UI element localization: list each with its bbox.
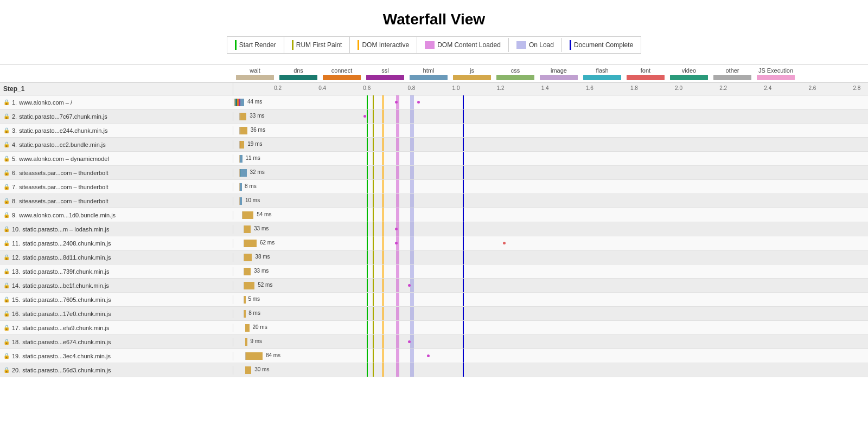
marker-line [382,250,384,264]
marker-line [410,236,413,250]
marker-line [373,180,374,194]
row-timeline: 11 ms [233,152,868,165]
marker-line [463,349,464,363]
row-timeline: 54 ms [233,208,868,222]
marker-line [367,236,368,250]
marker-line [410,321,413,334]
time-label: 32 ms [250,169,265,175]
time-label: 44 ms [247,99,262,105]
row-timeline: 10 ms [233,194,868,208]
marker-line [410,265,413,278]
time-label: 19 ms [247,141,262,147]
marker-line [373,293,374,306]
legend: Start RenderRUM First PaintDOM Interacti… [227,36,642,54]
row-timeline: 36 ms [233,124,868,137]
marker-line [463,95,464,109]
legend-item: Document Complete [562,37,641,53]
resource-type-item: css [494,66,537,81]
marker-line [410,152,413,165]
bar-segment [242,211,253,219]
row-label: 🔒16.static.parasto...17e0.chunk.min.js [0,309,233,318]
bar-segment [244,282,254,289]
resource-type-item: ssl [363,66,407,81]
row-timeline: 52 ms [233,279,868,292]
marker-line [410,194,413,208]
marker-line [382,307,384,320]
lock-icon: 🔒 [3,339,10,345]
row-label: 🔒17.static.parasto...efa9.chunk.min.js [0,324,233,332]
resource-type-header: waitdnsconnectsslhtmljscssimageflashfont… [0,65,868,83]
marker-line [463,250,464,264]
bar-segment [244,254,252,261]
table-row: 🔒5.www.alonko.com – dynamicmodel11 ms [0,152,868,166]
marker-line [382,194,384,208]
row-label: 🔒2.static.parasto...7c67.chunk.min.js [0,112,233,121]
dot-marker [503,242,506,244]
dot-marker [427,354,430,357]
marker-line [373,124,374,137]
lock-icon: 🔒 [3,353,10,359]
table-row: 🔒20.static.parasto...56d3.chunk.min.js30… [0,363,868,377]
time-label: 8 ms [248,310,260,316]
resource-type-item: connect [320,66,363,81]
lock-icon: 🔒 [3,113,10,119]
table-row: 🔒1.www.alonko.com – /44 ms [0,95,868,109]
table-row: 🔒2.static.parasto...7c67.chunk.min.js33 … [0,109,868,124]
table-row: 🔒3.static.parasto...e244.chunk.min.js36 … [0,124,868,138]
lock-icon: 🔒 [3,141,10,147]
marker-line [396,180,399,194]
marker-line [382,236,384,250]
bar-segment [244,310,246,318]
time-label: 33 ms [254,225,269,231]
marker-line [410,250,413,264]
table-row: 🔒19.static.parasto...3ec4.chunk.min.js84… [0,349,868,363]
table-row: 🔒14.static.parasto...bc1f.chunk.min.js52… [0,279,868,293]
marker-line [463,180,464,194]
marker-line [373,166,374,179]
marker-line [373,208,374,222]
row-label: 🔒15.static.parasto...7605.chunk.min.js [0,295,233,304]
row-label: 🔒14.static.parasto...bc1f.chunk.min.js [0,281,233,290]
time-label: 62 ms [260,240,275,246]
marker-line [396,208,399,222]
lock-icon: 🔒 [3,156,10,162]
waterfall-container: waitdnsconnectsslhtmljscssimageflashfont… [0,65,868,377]
marker-line [382,166,384,179]
row-label: 🔒20.static.parasto...56d3.chunk.min.js [0,366,233,375]
dot-marker [417,101,420,104]
time-label: 9 ms [250,338,262,344]
marker-line [382,265,384,278]
table-row: 🔒15.static.parasto...7605.chunk.min.js5 … [0,293,868,307]
marker-line [367,265,368,278]
bar-segment [240,183,242,191]
marker-line [382,279,384,292]
marker-line [373,279,374,292]
marker-line [382,363,384,377]
marker-line [410,222,413,236]
marker-line [410,293,413,306]
bar-segment [240,127,247,134]
row-label: 🔒19.static.parasto...3ec4.chunk.min.js [0,352,233,360]
marker-line [396,279,399,292]
bar-segment [240,113,246,120]
marker-line [410,166,413,179]
lock-icon: 🔒 [3,325,10,331]
time-label: 36 ms [251,127,265,133]
table-row: 🔒17.static.parasto...efa9.chunk.min.js20… [0,321,868,335]
marker-line [382,335,384,349]
lock-icon: 🔒 [3,254,10,260]
lock-icon: 🔒 [3,226,10,232]
row-timeline: 38 ms [233,250,868,264]
time-label: 33 ms [254,268,269,274]
marker-line [367,321,368,334]
marker-line [410,109,413,123]
row-label: 🔒6.siteassets.par...com – thunderbolt [0,169,233,177]
row-timeline: 33 ms [233,265,868,278]
lock-icon: 🔒 [3,240,10,246]
marker-line [373,307,374,320]
time-label: 30 ms [254,366,269,372]
bar-segment [245,338,247,346]
resource-type-item: dns [277,66,320,81]
dot-marker [408,340,411,343]
bar-segment [240,155,242,163]
